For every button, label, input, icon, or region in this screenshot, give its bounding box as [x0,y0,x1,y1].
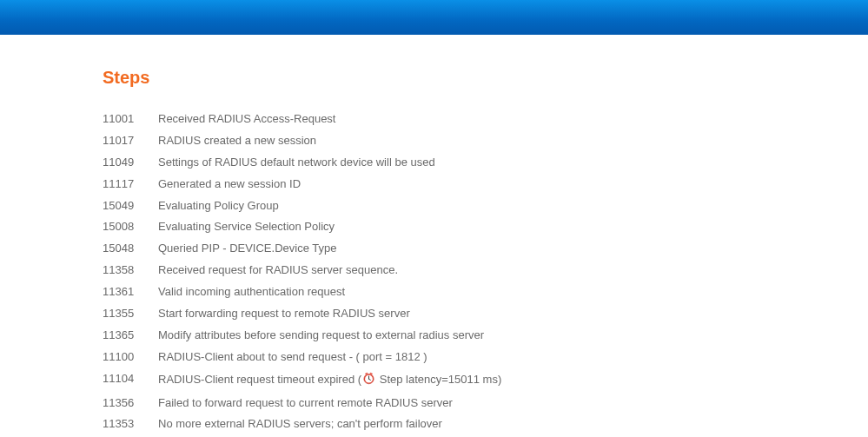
step-description: Modify attributes before sending request… [158,325,501,347]
step-description: Failed to forward request to current rem… [158,393,501,414]
step-description: No more external RADIUS servers; can't p… [158,414,501,435]
step-code: 11355 [103,303,158,325]
table-row: 11353No more external RADIUS servers; ca… [103,414,501,435]
table-row: 11365Modify attributes before sending re… [103,325,501,347]
step-code: 11117 [103,174,158,195]
table-row: 11356Failed to forward request to curren… [103,393,501,414]
step-code: 11104 [103,368,158,393]
step-description: Received request for RADIUS server seque… [158,260,501,281]
steps-table: 11001Received RADIUS Access-Request11017… [103,109,501,435]
step-code: 11353 [103,414,158,435]
step-description: Queried PIP - DEVICE.Device Type [158,238,501,260]
alarm-clock-icon [362,372,375,389]
step-description: Start forwarding request to remote RADIU… [158,303,501,325]
step-code: 11361 [103,281,158,303]
content-area: Steps 11001Received RADIUS Access-Reques… [0,35,868,435]
table-row: 11117Generated a new session ID [103,174,501,195]
step-description: RADIUS-Client request timeout expired ( … [158,368,501,393]
step-desc-pre: RADIUS-Client request timeout expired ( [158,373,361,386]
step-code: 11356 [103,393,158,414]
table-row: 15048Queried PIP - DEVICE.Device Type [103,238,501,260]
step-description: Settings of RADIUS default network devic… [158,152,501,174]
step-description: Evaluating Service Selection Policy [158,216,501,238]
table-row: 15049Evaluating Policy Group [103,195,501,217]
table-row: 11361Valid incoming authentication reque… [103,281,501,303]
step-description: Evaluating Policy Group [158,195,501,217]
table-row: 11049Settings of RADIUS default network … [103,152,501,174]
table-row: 11017RADIUS created a new session [103,130,501,152]
step-description: RADIUS-Client about to send request - ( … [158,347,501,368]
step-code: 11358 [103,260,158,281]
step-code: 15048 [103,238,158,260]
step-description: Received RADIUS Access-Request [158,109,501,130]
table-row: 11355Start forwarding request to remote … [103,303,501,325]
step-code: 11365 [103,325,158,347]
step-code: 15049 [103,195,158,217]
step-code: 11017 [103,130,158,152]
steps-heading: Steps [103,68,868,88]
step-code: 11049 [103,152,158,174]
step-desc-post: Step latency=15011 ms) [376,373,501,386]
step-code: 11100 [103,347,158,368]
top-banner [0,0,868,35]
table-row: 11104RADIUS-Client request timeout expir… [103,368,501,393]
step-description: RADIUS created a new session [158,130,501,152]
table-row: 11358Received request for RADIUS server … [103,260,501,281]
step-description: Valid incoming authentication request [158,281,501,303]
step-description: Generated a new session ID [158,174,501,195]
table-row: 11001Received RADIUS Access-Request [103,109,501,130]
step-code: 15008 [103,216,158,238]
step-code: 11001 [103,109,158,130]
table-row: 11100RADIUS-Client about to send request… [103,347,501,368]
table-row: 15008Evaluating Service Selection Policy [103,216,501,238]
